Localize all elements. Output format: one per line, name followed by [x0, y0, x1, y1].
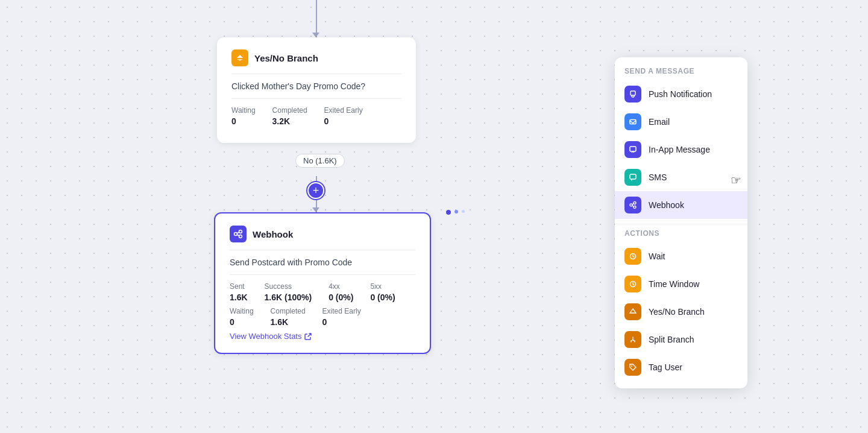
yesno-icon	[231, 49, 248, 66]
wait-icon	[624, 248, 641, 265]
menu-item-email[interactable]: Email	[615, 108, 747, 136]
divider-yesno-1	[231, 74, 401, 74]
time-window-icon	[624, 276, 641, 292]
svg-point-9	[630, 204, 632, 206]
stat-waiting: Waiting 0	[231, 106, 256, 126]
stat-exited-wh-label: Exited Early	[322, 307, 361, 315]
stat-sent-label: Sent	[230, 282, 248, 291]
sms-label: SMS	[649, 172, 667, 182]
tag-user-icon	[624, 359, 641, 376]
svg-line-13	[632, 206, 634, 207]
stat-4xx: 4xx 0 (0%)	[329, 282, 353, 302]
yesno-subtitle: Clicked Mother's Day Promo Code?	[231, 81, 401, 91]
menu-item-sms[interactable]: SMS	[615, 163, 747, 191]
menu-item-split-branch[interactable]: Split Branch	[615, 326, 747, 353]
sms-icon	[624, 169, 641, 186]
svg-point-1	[239, 230, 242, 233]
stat-exited-value: 0	[324, 116, 363, 126]
connector-line-top	[316, 0, 317, 37]
stat-exited-wh-value: 0	[322, 317, 361, 327]
webhook-icon	[230, 226, 247, 242]
menu-item-yesno-branch[interactable]: Yes/No Branch	[615, 298, 747, 326]
section-send-message-label: Send a Message	[615, 67, 747, 80]
menu-item-wait[interactable]: Wait	[615, 242, 747, 270]
menu-item-time-window[interactable]: Time Window	[615, 270, 747, 298]
stat-4xx-value: 0 (0%)	[329, 292, 353, 302]
external-link-icon	[304, 332, 312, 340]
no-branch-badge: No (1.6K)	[295, 154, 345, 168]
context-menu-panel: Send a Message Push Notification Email I…	[615, 57, 747, 388]
stat-completed-wh-value: 1.6K	[271, 317, 306, 327]
stat-waiting-label: Waiting	[231, 106, 256, 115]
stat-5xx-value: 0 (0%)	[370, 292, 395, 302]
stat-4xx-label: 4xx	[329, 282, 353, 291]
menu-divider	[615, 224, 747, 224]
svg-line-12	[632, 203, 634, 204]
svg-line-3	[237, 232, 239, 233]
yesno-stats-row: Waiting 0 Completed 3.2K Exited Early 0	[231, 106, 401, 126]
webhook-stats-row1: Sent 1.6K Success 1.6K (100%) 4xx 0 (0%)…	[230, 282, 415, 302]
view-webhook-stats-link[interactable]: View Webhook Stats	[230, 332, 415, 341]
split-branch-icon	[624, 331, 641, 348]
stat-exited: Exited Early 0	[324, 106, 363, 126]
svg-rect-7	[630, 147, 636, 151]
stat-waiting-wh-label: Waiting	[230, 307, 254, 315]
dots-decoration	[446, 210, 465, 215]
wait-label: Wait	[649, 251, 665, 261]
stat-completed-value: 3.2K	[272, 116, 307, 126]
in-app-message-icon	[624, 141, 641, 158]
menu-item-webhook[interactable]: Webhook	[615, 191, 747, 219]
section-actions-label: Actions	[615, 229, 747, 242]
divider-webhook-2	[230, 274, 415, 275]
stat-exited-label: Exited Early	[324, 106, 363, 115]
dot-1	[446, 210, 451, 215]
stat-success: Success 1.6K (100%)	[265, 282, 312, 302]
webhook-menu-label: Webhook	[649, 200, 684, 210]
tag-user-label: Tag User	[649, 362, 682, 372]
stat-success-label: Success	[265, 282, 312, 291]
stat-sent: Sent 1.6K	[230, 282, 248, 302]
flow-canvas: Yes/No Branch Clicked Mother's Day Promo…	[0, 0, 868, 433]
add-step-button[interactable]: +	[307, 182, 324, 199]
card-header-yesno: Yes/No Branch	[231, 49, 401, 66]
stat-completed-label: Completed	[272, 106, 307, 115]
webhook-card: Webhook Send Postcard with Promo Code Se…	[214, 212, 431, 354]
email-icon	[624, 113, 641, 130]
menu-item-push-notification[interactable]: Push Notification	[615, 80, 747, 108]
view-link-label: View Webhook Stats	[230, 332, 301, 341]
webhook-menu-icon	[624, 197, 641, 213]
connector-arrow-mid	[312, 207, 319, 212]
stat-waiting-wh: Waiting 0	[230, 307, 254, 327]
stat-exited-wh: Exited Early 0	[322, 307, 361, 327]
stat-completed: Completed 3.2K	[272, 106, 307, 126]
stat-completed-wh: Completed 1.6K	[271, 307, 306, 327]
stat-waiting-wh-value: 0	[230, 317, 254, 327]
dot-3	[462, 210, 465, 213]
svg-rect-5	[631, 91, 635, 95]
svg-point-16	[631, 365, 632, 367]
dot-2	[454, 210, 458, 213]
divider-yesno-2	[231, 98, 401, 99]
menu-item-tag-user[interactable]: Tag User	[615, 353, 747, 381]
time-window-label: Time Window	[649, 279, 699, 289]
stat-waiting-value: 0	[231, 116, 256, 126]
stat-success-value: 1.6K (100%)	[265, 292, 312, 302]
stat-5xx: 5xx 0 (0%)	[370, 282, 395, 302]
email-label: Email	[649, 117, 670, 127]
push-notification-label: Push Notification	[649, 89, 712, 99]
connector-arrow-top	[312, 33, 319, 37]
menu-item-in-app-message[interactable]: In-App Message	[615, 136, 747, 163]
svg-point-0	[234, 233, 237, 236]
svg-rect-8	[630, 174, 636, 179]
stat-sent-value: 1.6K	[230, 292, 248, 302]
webhook-subtitle: Send Postcard with Promo Code	[230, 258, 415, 267]
split-branch-label: Split Branch	[649, 335, 694, 344]
push-notification-icon	[624, 86, 641, 103]
svg-point-2	[239, 235, 242, 238]
yesno-branch-card: Yes/No Branch Clicked Mother's Day Promo…	[217, 37, 416, 143]
stat-completed-wh-label: Completed	[271, 307, 306, 315]
svg-line-4	[237, 235, 239, 236]
divider-webhook-1	[230, 250, 415, 250]
stat-5xx-label: 5xx	[370, 282, 395, 291]
in-app-message-label: In-App Message	[649, 145, 710, 154]
